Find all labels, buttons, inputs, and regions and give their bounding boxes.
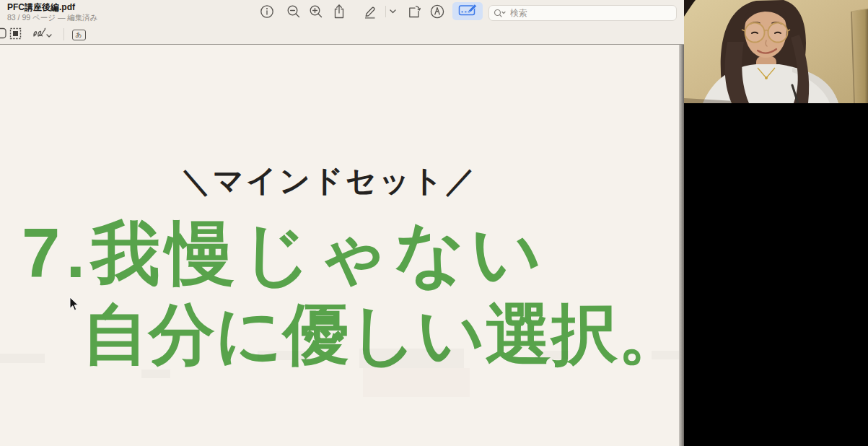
share-button[interactable] <box>329 2 349 21</box>
pdf-page[interactable]: ＼マインドセット／ 7.我慢じゃない 自分に優しい選択。 <box>0 45 679 446</box>
chevron-down-icon <box>390 9 396 14</box>
info-icon <box>260 4 274 19</box>
toolbar-separator <box>63 28 64 40</box>
ghost-artifact <box>535 351 569 359</box>
ghost-artifact <box>363 368 470 397</box>
mouse-cursor <box>69 297 79 312</box>
toolbar: PFC講座後編.pdf 83 / 99 ページ — 編集済み <box>0 0 684 45</box>
text-annotation-glyph: あ <box>75 32 82 38</box>
pdf-viewer-window: PFC講座後編.pdf 83 / 99 ページ — 編集済み <box>0 0 684 446</box>
search-input[interactable] <box>509 7 672 19</box>
highlight-dropdown[interactable] <box>385 2 400 21</box>
rotate-button[interactable] <box>404 2 424 21</box>
slide-title: ＼マインドセット／ <box>0 161 658 201</box>
window-edge[interactable] <box>679 45 684 446</box>
zoom-out-button[interactable] <box>284 2 304 21</box>
markup-toolbar-icon <box>458 3 478 19</box>
highlight-button[interactable] <box>359 2 380 21</box>
text-annotation-button[interactable]: あ <box>69 27 88 42</box>
text-annotation-icon: あ <box>72 30 86 40</box>
search-field[interactable] <box>488 5 677 21</box>
ghost-artifact <box>359 349 464 368</box>
black-screen-area <box>684 103 868 446</box>
screen: PFC講座後編.pdf 83 / 99 ページ — 編集済み <box>0 0 868 446</box>
info-button[interactable] <box>257 2 277 21</box>
zoom-in-button[interactable] <box>306 2 326 21</box>
rect-select-icon <box>9 27 22 43</box>
markup-pen-button[interactable] <box>427 2 447 21</box>
zoom-in-icon <box>309 4 323 19</box>
ghost-artifact <box>0 354 45 363</box>
ghost-artifact <box>258 351 310 360</box>
rotate-icon <box>407 4 422 19</box>
page-status: 83 / 99 ページ — 編集済み <box>7 13 98 22</box>
presenter-webcam <box>684 0 868 103</box>
share-icon <box>333 4 346 19</box>
markup-toolbar-button[interactable] <box>452 2 483 20</box>
ghost-artifact <box>652 351 679 359</box>
video-panel <box>684 0 868 446</box>
zoom-out-icon <box>286 4 301 19</box>
rect-select-button[interactable] <box>6 27 25 42</box>
highlight-pen-icon <box>361 3 378 20</box>
pen-nib-circle-icon <box>429 4 445 19</box>
slide-heading-line1: 7.我慢じゃない <box>22 217 548 290</box>
window-title-block: PFC講座後編.pdf 83 / 99 ページ — 編集済み <box>7 3 98 22</box>
search-icon <box>494 9 506 18</box>
chevron-down-icon <box>46 28 52 41</box>
signature-dropdown[interactable] <box>43 27 55 42</box>
document-title: PFC講座後編.pdf <box>7 3 98 12</box>
ghost-artifact <box>141 370 170 378</box>
